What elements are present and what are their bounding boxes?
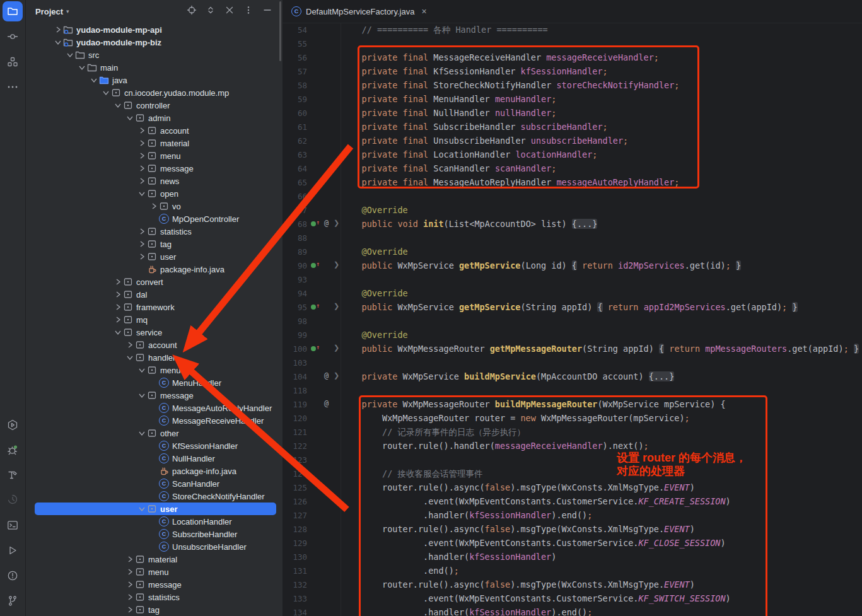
chevron-right-icon[interactable] <box>112 315 123 325</box>
more-tool-windows-tool-button[interactable] <box>3 77 23 97</box>
chevron-down-icon[interactable] <box>52 37 63 47</box>
chevron-right-icon[interactable] <box>124 579 135 590</box>
tree-item-user[interactable]: user <box>26 250 282 263</box>
chevron-down-icon[interactable] <box>100 88 111 98</box>
chevron-down-icon[interactable] <box>112 100 123 110</box>
tree-item-package-info-java[interactable]: package-info.java <box>26 465 282 477</box>
fold-chevron-icon[interactable]: ❯ <box>334 302 339 310</box>
chevron-down-icon[interactable] <box>124 113 135 123</box>
editor-tab[interactable]: C DefaultMpServiceFactory.java × <box>282 1 433 23</box>
tree-item-tag[interactable]: tag <box>26 238 282 250</box>
tree-item-locationhandler[interactable]: CLocationHandler <box>26 515 282 528</box>
chevron-right-icon[interactable] <box>148 201 159 211</box>
tree-item-menu[interactable]: menu <box>26 566 282 578</box>
chevron-right-icon[interactable] <box>52 25 63 35</box>
tree-item-storechecknotifyhandler[interactable]: CStoreCheckNotifyHandler <box>26 490 282 503</box>
problems-tool-button[interactable] <box>3 566 23 586</box>
tree-item-statistics[interactable]: statistics <box>26 591 282 603</box>
tree-item-account[interactable]: account <box>26 339 282 351</box>
profiler-tool-button[interactable] <box>3 489 23 509</box>
chevron-right-icon[interactable] <box>136 226 147 236</box>
chevron-right-icon[interactable] <box>124 592 135 602</box>
project-tool-button[interactable] <box>3 1 23 21</box>
tree-item-yudao-module-mp-api[interactable]: yudao-module-mp-api <box>26 23 282 36</box>
tree-item-statistics[interactable]: statistics <box>26 225 282 238</box>
chevron-right-icon[interactable] <box>136 163 147 173</box>
tree-item-tag[interactable]: tag <box>26 603 282 616</box>
overrides-method-icon[interactable]: ↑ <box>311 304 321 310</box>
chevron-down-icon[interactable] <box>136 504 147 514</box>
services-tool-button[interactable] <box>3 415 23 435</box>
debug-tool-button[interactable] <box>3 440 23 460</box>
chevron-down-icon[interactable] <box>124 352 135 363</box>
chevron-right-icon[interactable] <box>136 151 147 161</box>
tree-item-vo[interactable]: vo <box>26 200 282 212</box>
tree-item-yudao-module-mp-biz[interactable]: yudao-module-mp-biz <box>26 36 282 49</box>
tree-item-mq[interactable]: mq <box>26 313 282 326</box>
tree-item-java[interactable]: java <box>26 74 282 86</box>
tree-item-src[interactable]: src <box>26 49 282 61</box>
tree-item-message[interactable]: message <box>26 162 282 175</box>
overrides-method-icon[interactable]: ↑ <box>311 262 321 269</box>
tree-item-message[interactable]: message <box>26 389 282 402</box>
fold-chevron-icon[interactable]: ❯ <box>334 260 339 269</box>
locate-button[interactable] <box>185 5 198 18</box>
chevron-right-icon[interactable] <box>136 239 147 249</box>
tree-item-service[interactable]: service <box>26 326 282 339</box>
chevron-right-icon[interactable] <box>112 289 123 299</box>
fold-chevron-icon[interactable]: ❯ <box>334 344 339 352</box>
tree-item-news[interactable]: news <box>26 175 282 187</box>
git-tool-button[interactable] <box>3 591 23 611</box>
tree-scrollbar[interactable] <box>279 1 281 61</box>
tree-item-user[interactable]: user <box>26 503 282 515</box>
chevron-right-icon[interactable] <box>136 252 147 262</box>
tree-item-handler[interactable]: handler <box>26 351 282 364</box>
chevron-right-icon[interactable] <box>124 567 135 577</box>
tree-item-open[interactable]: open <box>26 187 282 200</box>
chevron-down-icon[interactable] <box>136 365 147 375</box>
tree-item-mpopencontroller[interactable]: CMpOpenController <box>26 212 282 225</box>
tree-item-controller[interactable]: controller <box>26 99 282 112</box>
chevron-down-icon[interactable] <box>112 327 123 337</box>
tree-item-messagereceivehandler[interactable]: CMessageReceiveHandler <box>26 414 282 427</box>
chevron-down-icon[interactable] <box>88 75 99 85</box>
fold-chevron-icon[interactable]: ❯ <box>334 219 339 227</box>
chevron-down-icon[interactable]: ▾ <box>66 8 69 15</box>
tree-item-cn-iocoder-yudao-module-mp[interactable]: cn.iocoder.yudao.module.mp <box>26 86 282 99</box>
structure-tool-button[interactable] <box>3 52 23 72</box>
chevron-right-icon[interactable] <box>136 125 147 136</box>
chevron-down-icon[interactable] <box>136 428 147 438</box>
tree-item-message[interactable]: message <box>26 578 282 591</box>
chevron-right-icon[interactable] <box>124 554 135 564</box>
chevron-right-icon[interactable] <box>112 277 123 287</box>
terminal-tool-button[interactable] <box>3 515 23 535</box>
tree-item-nullhandler[interactable]: CNullHandler <box>26 452 282 465</box>
build-tool-button[interactable] <box>3 465 23 485</box>
tree-item-menuhandler[interactable]: CMenuHandler <box>26 376 282 389</box>
chevron-down-icon[interactable] <box>136 189 147 199</box>
options-menu-button[interactable] <box>242 5 255 18</box>
code-area[interactable]: 54 // ========== 各种 Handler ==========55… <box>282 23 862 616</box>
tree-item-kfsessionhandler[interactable]: CKfSessionHandler <box>26 439 282 452</box>
chevron-right-icon[interactable] <box>112 302 123 312</box>
tree-item-material[interactable]: material <box>26 137 282 149</box>
tree-item-dal[interactable]: dal <box>26 288 282 301</box>
tree-item-main[interactable]: main <box>26 61 282 74</box>
tree-item-messageautoreplyhandler[interactable]: CMessageAutoReplyHandler <box>26 402 282 414</box>
chevron-right-icon[interactable] <box>124 340 135 350</box>
run-tool-button[interactable] <box>3 540 23 561</box>
overrides-method-icon[interactable]: ↑ <box>311 221 321 227</box>
expand-all-button[interactable] <box>204 5 217 18</box>
tree-item-convert[interactable]: convert <box>26 276 282 288</box>
tree-item-package-info-java[interactable]: package-info.java <box>26 263 282 276</box>
tree-item-scanhandler[interactable]: CScanHandler <box>26 477 282 490</box>
chevron-right-icon[interactable] <box>136 138 147 148</box>
chevron-right-icon[interactable] <box>136 176 147 186</box>
collapse-all-button[interactable] <box>223 5 236 18</box>
tree-item-unsubscribehandler[interactable]: CUnsubscribeHandler <box>26 540 282 553</box>
tree-item-menu[interactable]: menu <box>26 364 282 376</box>
hide-panel-button[interactable] <box>261 5 274 18</box>
tree-item-material[interactable]: material <box>26 553 282 566</box>
overrides-method-icon[interactable]: ↑ <box>311 346 321 352</box>
tree-item-admin[interactable]: admin <box>26 112 282 124</box>
